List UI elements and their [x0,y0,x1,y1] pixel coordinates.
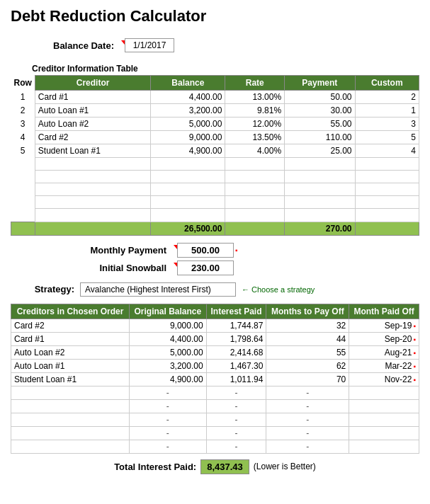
payment-cell[interactable]: 110.00 [285,131,355,144]
balance-date-label: Balance Date: [53,40,114,51]
creditor-name-cell[interactable] [35,171,151,183]
custom-cell[interactable]: 5 [355,131,419,144]
results-table-row: --- [11,386,419,399]
result-original-balance-cell: - [130,413,207,426]
row-number: 10 [11,209,35,222]
results-table-header: Months to Pay Off [266,304,349,319]
balance-cell[interactable] [151,183,225,196]
creditor-name-cell[interactable]: Card #1 [35,91,151,104]
creditor-header: Creditor [35,76,151,91]
creditor-name-cell[interactable] [35,158,151,171]
creditor-table-row: 5Student Loan #14,900.004.00%25.004 [11,144,419,158]
total-cell [225,222,285,235]
results-table-row: --- [11,440,419,453]
result-month-paid-cell [349,399,419,413]
result-name-cell: Student Loan #1 [11,372,130,386]
result-month-paid-cell [349,426,419,440]
creditor-name-cell[interactable] [35,209,151,222]
creditor-name-cell[interactable]: Auto Loan #1 [35,104,151,118]
rate-cell[interactable]: 4.00% [225,144,285,158]
result-interest-paid-cell: 1,744.87 [206,319,266,332]
result-interest-paid-cell: - [206,426,266,440]
result-original-balance-cell: 5,000.00 [130,345,207,359]
result-months-cell: 62 [266,359,349,372]
creditor-name-cell[interactable] [35,196,151,209]
total-interest-label: Total Interest Paid: [114,462,196,472]
rate-cell[interactable]: 9.81% [225,104,285,118]
payment-cell[interactable] [285,196,355,209]
payment-cell[interactable]: 50.00 [285,91,355,104]
result-name-cell [11,413,130,426]
creditor-table-row: 1Card #14,400.0013.00%50.002 [11,91,419,104]
row-number: 8 [11,183,35,196]
result-month-paid-cell [349,386,419,399]
row-number: 4 [11,131,35,144]
choose-strategy-link[interactable]: ← Choose a strategy [242,285,315,294]
result-original-balance-cell: 3,200.00 [130,359,207,372]
result-months-cell: 44 [266,332,349,345]
custom-cell[interactable] [355,158,419,171]
payment-cell[interactable] [285,209,355,222]
custom-cell[interactable]: 3 [355,118,419,131]
result-months-cell: 32 [266,319,349,332]
rate-cell[interactable]: 13.50% [225,131,285,144]
payment-cell[interactable]: 30.00 [285,104,355,118]
payment-cell[interactable]: 55.00 [285,118,355,131]
result-original-balance-cell: 4,900.00 [130,372,207,386]
rate-cell[interactable] [225,183,285,196]
strategy-value[interactable]: Avalanche (Highest Interest First) [80,282,236,297]
balance-cell[interactable]: 5,000.00 [151,118,225,131]
creditor-table-row: 4Card #29,000.0013.50%110.005 [11,131,419,144]
result-months-cell: - [266,399,349,413]
payment-cell[interactable]: 25.00 [285,144,355,158]
rate-cell[interactable] [225,196,285,209]
custom-cell[interactable] [355,183,419,196]
result-original-balance-cell: - [130,386,207,399]
payment-cell[interactable] [285,171,355,183]
custom-cell[interactable]: 1 [355,104,419,118]
rate-cell[interactable] [225,171,285,183]
balance-cell[interactable]: 4,900.00 [151,144,225,158]
creditor-name-cell[interactable]: Student Loan #1 [35,144,151,158]
rate-cell[interactable] [225,158,285,171]
row-number: 7 [11,171,35,183]
row-col-header: Row [11,76,35,91]
custom-header: Custom [355,76,419,91]
balance-cell[interactable] [151,196,225,209]
rate-cell[interactable]: 13.00% [225,91,285,104]
custom-cell[interactable]: 4 [355,144,419,158]
total-cell: 26,500.00 [151,222,225,235]
total-row-num [11,222,35,235]
result-name-cell [11,440,130,453]
balance-cell[interactable] [151,171,225,183]
rate-cell[interactable]: 12.00% [225,118,285,131]
custom-cell[interactable]: 2 [355,91,419,104]
payment-cell[interactable] [285,158,355,171]
balance-cell[interactable] [151,209,225,222]
result-months-cell: - [266,386,349,399]
result-months-cell: 70 [266,372,349,386]
balance-cell[interactable]: 9,000.00 [151,131,225,144]
balance-date-value[interactable]: 1/1/2017 [125,38,174,52]
custom-cell[interactable] [355,196,419,209]
result-name-cell: Card #1 [11,332,130,345]
monthly-payment-value[interactable]: 500.00 [177,243,234,258]
creditor-name-cell[interactable]: Card #2 [35,131,151,144]
custom-cell[interactable] [355,209,419,222]
balance-cell[interactable] [151,158,225,171]
creditor-table-row: 6 [11,158,419,171]
creditor-table-title: Creditor Information Table [32,64,419,74]
payment-cell[interactable] [285,183,355,196]
creditor-total-row: 26,500.00270.00 [11,222,419,235]
results-table-row: --- [11,399,419,413]
custom-cell[interactable] [355,171,419,183]
creditor-name-cell[interactable] [35,183,151,196]
monthly-payment-dot: ▪ [235,246,238,254]
result-months-cell: - [266,440,349,453]
balance-cell[interactable]: 4,400.00 [151,91,225,104]
total-cell [35,222,151,235]
creditor-name-cell[interactable]: Auto Loan #2 [35,118,151,131]
result-original-balance-cell: 4,400.00 [130,332,207,345]
balance-cell[interactable]: 3,200.00 [151,104,225,118]
rate-cell[interactable] [225,209,285,222]
